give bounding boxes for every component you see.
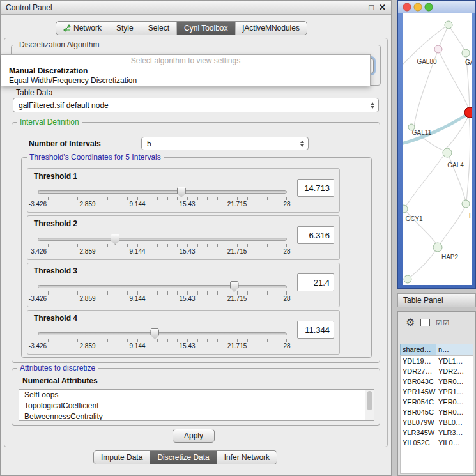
list-item[interactable]: SelfLoops: [19, 390, 374, 401]
scale-label: 15.43: [179, 295, 195, 302]
column-header-name[interactable]: n…: [436, 344, 473, 355]
node-label-h: H: [469, 212, 472, 219]
cell[interactable]: YBL0…: [436, 417, 473, 427]
number-of-intervals-value: 5: [147, 139, 151, 148]
cell[interactable]: YPR145W: [401, 387, 436, 397]
threshold-3-slider[interactable]: [38, 285, 287, 288]
threshold-4-panel: Threshold 4 -3.426 2.859 9.144 15.43 21.…: [27, 310, 340, 355]
network-canvas[interactable]: GAL80 GA GAL11 GAL4 GCY1 H HAP2: [403, 13, 472, 285]
tab-jactivemnodules[interactable]: jActiveMNodules: [235, 22, 307, 35]
cell[interactable]: YER0…: [436, 397, 473, 407]
algorithm-placeholder-option[interactable]: Select algorithm to view settings: [1, 56, 370, 66]
table-row[interactable]: YIL052C YIL0…: [401, 438, 473, 448]
table-row[interactable]: YLR345W YLR3…: [401, 427, 473, 438]
cell[interactable]: YIL052C: [401, 438, 436, 448]
control-panel-titlebar[interactable]: Control Panel: [1, 1, 391, 15]
cell[interactable]: YER054C: [401, 397, 436, 407]
node[interactable]: [404, 275, 411, 283]
tab-discretize-data-label: Discretize Data: [157, 453, 209, 462]
threshold-2-value-field[interactable]: 6.316: [297, 226, 334, 244]
tab-impute-data[interactable]: Impute Data: [94, 451, 150, 464]
cell[interactable]: YIL0…: [436, 438, 473, 448]
cell[interactable]: YDL1…: [436, 356, 473, 366]
node-gal80[interactable]: [434, 45, 442, 53]
node[interactable]: [462, 49, 470, 57]
threshold-2-slider[interactable]: [38, 238, 287, 241]
tab-network[interactable]: Network: [56, 22, 109, 35]
list-scrollbar[interactable]: [365, 390, 374, 420]
tab-discretize-data[interactable]: Discretize Data: [150, 451, 216, 464]
table-data-select[interactable]: galFiltered.sif default node: [13, 98, 379, 112]
scale-label: 28: [283, 248, 290, 255]
cell[interactable]: YDR2…: [436, 366, 473, 376]
cell[interactable]: YBL079W: [401, 417, 436, 427]
mac-minimize-button[interactable]: [414, 3, 422, 11]
cell[interactable]: YPR1…: [436, 387, 473, 397]
node-gcy1[interactable]: [403, 205, 408, 213]
node[interactable]: [445, 21, 452, 29]
thresholds-group-title: Threshold's Coordinates for 5 Intervals: [27, 153, 164, 162]
column-header-shared-name[interactable]: shared…: [400, 344, 436, 355]
attributes-group-title: Attributes to discretize: [17, 364, 98, 372]
cell[interactable]: YBR0…: [436, 407, 473, 417]
table-row[interactable]: YPR145W YPR1…: [401, 387, 473, 397]
mac-zoom-button[interactable]: [425, 3, 433, 11]
tab-style[interactable]: Style: [109, 22, 141, 35]
table-body: YDL19… YDL1… YDR27… YDR2… YBR043C YBR0… …: [400, 355, 473, 474]
selected-red-node[interactable]: [464, 107, 472, 118]
tab-select[interactable]: Select: [141, 22, 176, 35]
scrollbar-thumb[interactable]: [367, 391, 372, 410]
checkbox-filter-icons[interactable]: ☑☑: [436, 319, 450, 327]
minimize-icon[interactable]: □: [369, 1, 374, 15]
table-row[interactable]: YDR27… YDR2…: [401, 366, 473, 376]
cell[interactable]: YBR043C: [401, 376, 436, 387]
node-hap2[interactable]: [433, 243, 442, 252]
slider-handle[interactable]: [111, 234, 119, 245]
table-row[interactable]: YDL19… YDL1…: [401, 356, 473, 366]
node[interactable]: [462, 200, 470, 208]
network-icon: [63, 24, 71, 32]
cell[interactable]: YBR0…: [436, 376, 473, 387]
cell[interactable]: YDR27…: [401, 366, 436, 376]
slider-handle[interactable]: [230, 281, 239, 292]
gear-icon[interactable]: ⚙: [406, 318, 415, 328]
cell[interactable]: YLR3…: [436, 427, 473, 438]
columns-icon[interactable]: [420, 319, 430, 326]
threshold-4-slider[interactable]: [38, 332, 287, 335]
cell[interactable]: YDL19…: [401, 356, 436, 366]
threshold-1-panel: Threshold 1 -3.426 2.859 9.144 15.43 21.…: [27, 168, 340, 213]
threshold-1-value-field[interactable]: 14.713: [297, 179, 334, 197]
threshold-4-value-field[interactable]: 11.344: [297, 321, 334, 339]
scale-label: 21.715: [227, 295, 247, 302]
tab-cyni-toolbox[interactable]: Cyni Toolbox: [176, 22, 234, 35]
threshold-1-slider[interactable]: [38, 190, 287, 194]
number-of-intervals-select[interactable]: 5: [141, 137, 309, 150]
close-icon[interactable]: ✕: [379, 1, 386, 15]
node-gal4[interactable]: [443, 148, 452, 157]
threshold-3-value-field[interactable]: 21.4: [297, 273, 334, 291]
numerical-attributes-list[interactable]: SelfLoops TopologicalCoefficient Between…: [19, 389, 374, 421]
slider-ticks: [38, 339, 287, 342]
apply-button[interactable]: Apply: [173, 429, 215, 443]
algorithm-option-manual[interactable]: Manual Discretization: [1, 66, 370, 76]
table-panel-header[interactable]: Table Panel: [397, 293, 476, 307]
scale-label: 9.144: [129, 201, 145, 208]
table-row[interactable]: YBL079W YBL0…: [401, 417, 473, 427]
network-titlebar[interactable]: [398, 1, 475, 13]
tab-infer-network[interactable]: Infer Network: [217, 451, 277, 464]
algorithm-option-equal-width[interactable]: Equal Width/Frequency Discretization: [1, 76, 370, 86]
threshold-3-label: Threshold 3: [34, 266, 77, 275]
table-row[interactable]: YBR043C YBR0…: [401, 376, 473, 387]
mac-close-button[interactable]: [403, 3, 411, 11]
slider-handle[interactable]: [177, 187, 186, 197]
table-row[interactable]: YER054C YER0…: [401, 397, 473, 407]
list-item[interactable]: TopologicalCoefficient: [19, 401, 374, 411]
table-panel-window: ⚙ ☑☑ shared… n… YDL19… YDL1… YDR27…: [397, 311, 476, 476]
slider-handle[interactable]: [150, 328, 159, 339]
table-row[interactable]: YBR045C YBR0…: [401, 407, 473, 417]
cell[interactable]: YLR345W: [401, 427, 436, 438]
scale-label: 2.859: [79, 201, 95, 208]
list-item[interactable]: BetweennessCentrality: [19, 411, 374, 421]
table-toolbar: ⚙ ☑☑: [398, 314, 475, 331]
cell[interactable]: YBR045C: [401, 407, 436, 417]
